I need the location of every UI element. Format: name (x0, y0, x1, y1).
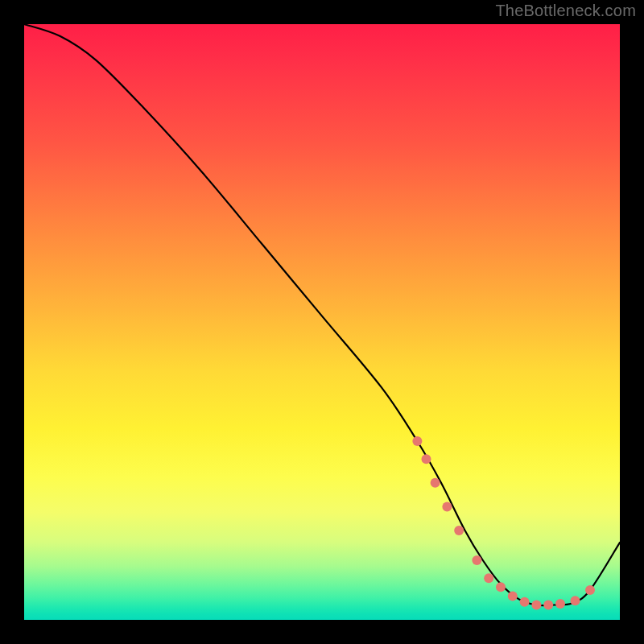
highlight-point (555, 599, 565, 609)
curve-layer (24, 24, 620, 620)
highlight-point (422, 454, 431, 464)
highlight-point (442, 502, 452, 511)
highlight-point (484, 573, 493, 583)
highlight-point (508, 591, 518, 601)
highlight-points (412, 436, 595, 610)
attribution-label: TheBottleneck.com (495, 2, 636, 20)
highlight-point (520, 597, 530, 607)
plot-area (24, 24, 620, 620)
highlight-point (431, 478, 440, 488)
highlight-point (571, 596, 580, 605)
highlight-point (472, 555, 481, 565)
highlight-point (496, 582, 506, 592)
bottleneck-curve (24, 24, 620, 605)
highlight-point (454, 526, 464, 535)
highlight-point (531, 601, 541, 610)
chart-frame: TheBottleneck.com (0, 0, 644, 644)
highlight-point (585, 585, 595, 595)
highlight-point (412, 436, 422, 446)
highlight-point (543, 601, 553, 610)
